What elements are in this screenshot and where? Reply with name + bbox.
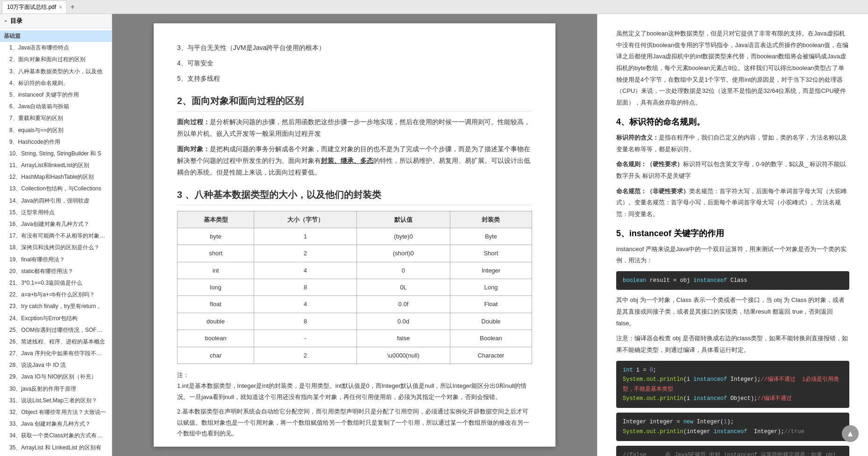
scroll-top-button[interactable]: ▲ xyxy=(842,425,859,442)
code-line-6: //false ，在 JavaSE规范 中对 instanceof 运算符的规定… xyxy=(623,450,843,456)
sidebar-item-33[interactable]: 33、Java 创建对象有几种方式？ xyxy=(0,418,112,430)
table-row: long80LLong xyxy=(178,279,532,296)
sidebar-item-2[interactable]: 2、面向对象和面向过程的区别 xyxy=(0,54,112,65)
instanceof-explain2: 注意：编译器会检查 obj 是否能转换成右边的class类型，如果不能转换则直接… xyxy=(616,333,849,356)
code-line-4: Integer integer = new Integer(1); xyxy=(623,417,843,427)
code-block-2: int i = 0; System.out.println(i instance… xyxy=(616,361,849,408)
label-process: 面向过程： xyxy=(177,118,210,126)
point-4: 4、可靠安全 xyxy=(177,57,532,69)
sidebar-item-8[interactable]: 8、equals与==的区别 xyxy=(0,125,112,136)
tab-bar: 10万字面试总结.pdf × + xyxy=(0,0,868,14)
col-default: 默认值 xyxy=(357,211,450,228)
sidebar-item-1[interactable]: 1、Java语言有哪些特点 xyxy=(0,42,112,54)
pdf-page: 3、与平台无关性（JVM是Java跨平台使用的根本） 4、可靠安全 5、支持多线… xyxy=(154,23,555,447)
table-row: int40Integer xyxy=(178,262,532,279)
sidebar-item-11[interactable]: 11、ArrayList和linkedList的区别 xyxy=(0,160,112,171)
code-line-3: System.out.println(i instanceof Object);… xyxy=(623,394,843,403)
sidebar-item-31[interactable]: 31、说说List,Set,Map三者的区别？ xyxy=(0,395,112,407)
sidebar-item-36[interactable]: 36、用过 ArrayList 吗？讲一下有什么: xyxy=(0,454,112,456)
sidebar-item-9[interactable]: 9、Hashcode的作用 xyxy=(0,136,112,148)
label-naming-soft: 命名规范：（非硬性要求） xyxy=(616,188,689,195)
code-line-2: System.out.println(i instanceof Integer)… xyxy=(623,375,843,394)
sidebar-item-23[interactable]: 23、try catch finally，try里有return， xyxy=(0,301,112,312)
sidebar-item-24[interactable]: 24、Excption与Error包结构 xyxy=(0,313,112,324)
new-tab-button[interactable]: + xyxy=(67,1,78,13)
section3-heading: 3 、八种基本数据类型的大小，以及他们的封装类 xyxy=(177,186,532,205)
sidebar-list[interactable]: 基础篇 1、Java语言有哪些特点 2、面向对象和面向过程的区别 3、八种基本数… xyxy=(0,28,112,456)
label-oop: 面向对象： xyxy=(177,145,210,153)
table-row: char2\u0000(null)Character xyxy=(178,347,532,364)
sidebar-item-27[interactable]: 27、Java 序列化中如果有些字段不想进 xyxy=(0,348,112,359)
sidebar-item-3[interactable]: 3、八种基本数据类型的大小，以及他 xyxy=(0,66,112,77)
right-intro-text: 虽然定义了boolean这种数据类型，但是只对它提供了非常有限的支持。在Java… xyxy=(616,28,849,109)
sidebar-item-5[interactable]: 5、instanceof 关键字的作用 xyxy=(0,89,112,101)
data-types-table: 基本类型 大小（字节） 默认值 封装类 byte1(byte)0Byte sho… xyxy=(177,211,532,365)
instanceof-explain1: 其中 obj 为一个对象，Class 表示一个类或者一个接口，当 obj 为 C… xyxy=(616,295,849,329)
naming-rule-soft: 命名规范：（非硬性要求）类名规范：首字符大写，后面每个单词首字母大写（大驼峰式）… xyxy=(616,186,849,220)
sidebar-item-12[interactable]: 12、HashMap和HashTable的区别 xyxy=(0,171,112,183)
code-block-3: Integer integer = new Integer(1); System… xyxy=(616,413,849,441)
tab-close-button[interactable]: × xyxy=(59,5,62,10)
sidebar-item-17[interactable]: 17、有没有可能两个不从相等的对象有相 xyxy=(0,230,112,242)
section2-heading: 2、面向对象和面向过程的区别 xyxy=(177,92,532,112)
sidebar-category-basics[interactable]: 基础篇 xyxy=(0,30,112,42)
table-row: boolean-falseBoolean xyxy=(178,330,532,347)
note-label: 注： xyxy=(177,370,532,380)
sidebar-item-19[interactable]: 19、final有哪些用法？ xyxy=(0,254,112,266)
sidebar-item-16[interactable]: 16、Java创建对象有几种方式？ xyxy=(0,218,112,230)
note-1: 1.int是基本数据类型，Integer是int的封装类，是引用类型。int默认… xyxy=(177,380,532,402)
main-layout: - 目录 基础篇 1、Java语言有哪些特点 2、面向对象和面向过程的区别 3、… xyxy=(0,14,868,456)
sidebar-item-21[interactable]: 21、3*0.1==0.3返回值是什么 xyxy=(0,277,112,289)
code-keyword-boolean: boolean xyxy=(623,277,646,284)
sidebar-title: - 目录 xyxy=(0,14,112,28)
sidebar-item-35[interactable]: 35、ArrayList 和 LinkedList 的区别有 xyxy=(0,442,112,454)
pdf-tab[interactable]: 10万字面试总结.pdf × xyxy=(2,0,67,14)
sidebar-item-28[interactable]: 28、说说Java 中 IO 流 xyxy=(0,359,112,371)
sidebar: - 目录 基础篇 1、Java语言有哪些特点 2、面向对象和面向过程的区别 3、… xyxy=(0,14,112,456)
sidebar-item-20[interactable]: 20、static都有哪些用法？ xyxy=(0,266,112,277)
sidebar-item-6[interactable]: 6、Java自动装箱与拆箱 xyxy=(0,101,112,112)
note-2: 2.基本数据类型在声明时系统会自动给它分配空间，而引用类型声明时只是分配了引用空… xyxy=(177,406,532,439)
sidebar-item-18[interactable]: 18、深拷贝和浅拷贝的区别是什么？ xyxy=(0,242,112,253)
sidebar-item-29[interactable]: 29、Java IO与 NIO的区别（补充） xyxy=(0,371,112,383)
tab-label: 10万字面试总结.pdf xyxy=(7,3,56,11)
section5-heading: 5、instanceof 关键字的作用 xyxy=(616,228,849,239)
code-class-name: Class xyxy=(730,277,747,284)
point-5: 5、支持多线程 xyxy=(177,73,532,84)
content-wrapper: 3、与平台无关性（JVM是Java跨平台使用的根本） 4、可靠安全 5、支持多线… xyxy=(112,14,868,456)
pdf-body: 3、与平台无关性（JVM是Java跨平台使用的根本） 4、可靠安全 5、支持多线… xyxy=(177,42,532,439)
table-row: float40.0fFloat xyxy=(178,296,532,313)
sidebar-item-22[interactable]: 22、a=a+b与a+=b有什么区别吗？ xyxy=(0,289,112,301)
section4-heading: 4、标识符的命名规则。 xyxy=(616,116,849,127)
table-row: short2(short)0Short xyxy=(178,245,532,262)
right-panel: 虽然定义了boolean这种数据类型，但是只对它提供了非常有限的支持。在Java… xyxy=(597,14,868,456)
section2-oop: 面向对象：是把构成问题的事务分解成各个对象，而建立对象的目的也不是为了完成一个个… xyxy=(177,143,532,179)
sidebar-item-15[interactable]: 15、泛型常用特点 xyxy=(0,207,112,218)
sidebar-item-26[interactable]: 26、简述线程、程序、进程的基本概念 xyxy=(0,336,112,348)
table-row: byte1(byte)0Byte xyxy=(178,228,532,245)
identifier-meaning: 标识符的含义：是指在程序中，我们自己定义的内容，譬如，类的名字，方法名称以及变量… xyxy=(616,132,849,155)
sidebar-item-14[interactable]: 14、Java的四种引用，强弱软虚 xyxy=(0,195,112,207)
sidebar-item-30[interactable]: 30、java反射的作用于原理 xyxy=(0,383,112,395)
code-block-4: //false ，在 JavaSE规范 中对 instanceof 运算符的规定… xyxy=(616,446,849,456)
sidebar-item-32[interactable]: 32、Object 有哪些常用方法？大致说一 xyxy=(0,407,112,418)
sidebar-item-34[interactable]: 34、获取一个类Class对象的方式有哪些 xyxy=(0,430,112,442)
label-identifier-meaning: 标识符的含义： xyxy=(616,134,659,141)
label-naming-hard: 命名规则：（硬性要求） xyxy=(616,161,683,168)
code-line-1: int i = 0; xyxy=(623,365,843,375)
code-block-1: boolean result = obj instanceof Class xyxy=(616,271,849,290)
code-keyword-instanceof: instanceof xyxy=(693,277,727,284)
sidebar-item-4[interactable]: 4、标识符的命名规则。 xyxy=(0,77,112,89)
sidebar-item-13[interactable]: 13、Collection包结构，与Collections xyxy=(0,183,112,195)
sidebar-collapse-icon[interactable]: - xyxy=(5,17,7,24)
col-wrapper: 封装类 xyxy=(450,211,532,228)
left-pdf-content[interactable]: 3、与平台无关性（JVM是Java跨平台使用的根本） 4、可靠安全 5、支持多线… xyxy=(112,14,597,456)
naming-rule-hard: 命名规则：（硬性要求）标识符可以包含英文字母，0-9的数字，$以及_ 标识符不能… xyxy=(616,159,849,182)
code-line-5: System.out.println(integer instanceof In… xyxy=(623,427,843,436)
sidebar-item-10[interactable]: 10、String, String, StringBuilder 和 S xyxy=(0,148,112,160)
sidebar-item-7[interactable]: 7、重载和重写的区别 xyxy=(0,112,112,124)
sidebar-item-25[interactable]: 25、OOM你遇到过哪些情况，SOF你遇 xyxy=(0,324,112,336)
table-row: double80.0dDouble xyxy=(178,313,532,330)
col-size: 大小（字节） xyxy=(254,211,357,228)
code-var-result: result = obj xyxy=(650,277,694,284)
